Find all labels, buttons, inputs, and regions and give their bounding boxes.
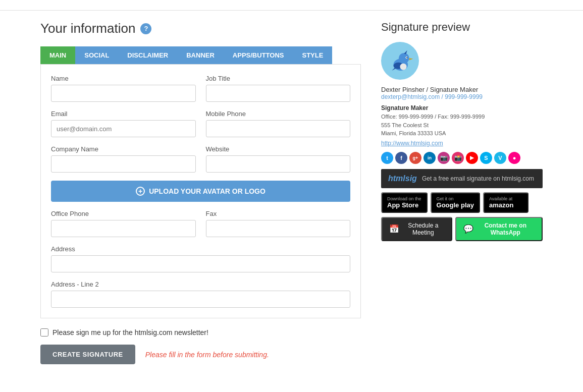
contact-buttons-row: 📅 Schedule a Meeting 💬 Contact me on Wha… bbox=[381, 217, 543, 241]
youtube-icon[interactable]: ▶ bbox=[466, 152, 478, 164]
section-title-text: Your information bbox=[40, 21, 135, 36]
form-group-mobile: Mobile Phone bbox=[206, 110, 351, 137]
sig-company: Signature Maker bbox=[381, 104, 543, 111]
name-input[interactable] bbox=[51, 85, 196, 102]
form-group-name: Name bbox=[51, 75, 196, 102]
form-group-company: Company Name bbox=[51, 145, 196, 173]
address2-label: Address - Line 2 bbox=[51, 281, 350, 288]
job-title-input[interactable] bbox=[206, 85, 351, 102]
form-group-address2: Address - Line 2 bbox=[51, 281, 350, 308]
company-name-input[interactable] bbox=[51, 155, 196, 173]
address2-input[interactable] bbox=[51, 291, 350, 308]
fax-input[interactable] bbox=[206, 220, 351, 237]
sig-phone-preview: / 999-999-9999 bbox=[442, 93, 483, 100]
newsletter-row: Please sign me up for the htmlsig.com ne… bbox=[40, 328, 361, 337]
email-input[interactable] bbox=[51, 120, 196, 137]
meeting-btn-label: Schedule a Meeting bbox=[402, 222, 444, 236]
whatsapp-icon: 💬 bbox=[463, 224, 473, 234]
htmlsig-banner-text: Get a free email signature on htmlsig.co… bbox=[422, 175, 534, 182]
sig-website-link[interactable]: http://www.htmlsig.com bbox=[381, 140, 543, 147]
address-label: Address bbox=[51, 245, 350, 253]
left-column: Your information ? MAIN SOCIAL DISCLAIME… bbox=[40, 21, 361, 364]
whatsapp-button[interactable]: 💬 Contact me on WhatsApp bbox=[455, 217, 543, 241]
tab-main[interactable]: MAIN bbox=[40, 46, 75, 64]
mobile-phone-label: Mobile Phone bbox=[206, 110, 351, 118]
top-divider bbox=[0, 10, 583, 11]
address-input[interactable] bbox=[51, 255, 350, 272]
facebook-icon[interactable]: f bbox=[395, 152, 407, 164]
tab-social[interactable]: SOCIAL bbox=[75, 46, 118, 64]
form-container: Name Job Title Email Mobile Phone bbox=[40, 64, 361, 318]
sig-avatar bbox=[381, 42, 419, 80]
office-phone-input[interactable] bbox=[51, 220, 196, 237]
sig-office: Office: 999-999-9999 / Fax: 999-999-9999 bbox=[381, 113, 543, 121]
app-store-button[interactable]: Download on the App Store bbox=[381, 192, 428, 213]
form-row-company-website: Company Name Website bbox=[51, 145, 350, 173]
google-play-big: Google play bbox=[437, 201, 474, 209]
newsletter-label: Please sign me up for the htmlsig.com ne… bbox=[52, 328, 208, 337]
social-icons-row: t f g+ in 📷 📸 ▶ S V ● bbox=[381, 152, 543, 164]
form-group-jobtitle: Job Title bbox=[206, 75, 351, 102]
sig-info-name-section: Dexter Pinsher / Signature Maker dexterp… bbox=[381, 86, 543, 100]
tab-style[interactable]: STYLE bbox=[293, 46, 332, 64]
newsletter-checkbox[interactable] bbox=[40, 328, 48, 337]
sig-name-suffix: / Signature Maker bbox=[427, 86, 479, 93]
vimeo-icon[interactable]: V bbox=[494, 152, 506, 164]
office-phone-label: Office Phone bbox=[51, 210, 196, 217]
schedule-meeting-button[interactable]: 📅 Schedule a Meeting bbox=[381, 217, 452, 241]
form-group-fax: Fax bbox=[206, 210, 351, 237]
mobile-phone-input[interactable] bbox=[206, 120, 351, 137]
skype-icon[interactable]: S bbox=[480, 152, 492, 164]
form-group-office-phone: Office Phone bbox=[51, 210, 196, 237]
linkedin-icon[interactable]: in bbox=[423, 152, 436, 164]
email-label: Email bbox=[51, 110, 196, 118]
calendar-icon: 📅 bbox=[389, 224, 399, 234]
help-icon[interactable]: ? bbox=[140, 23, 151, 34]
htmlsig-logo: htmlsig bbox=[388, 174, 417, 183]
whatsapp-btn-label: Contact me on WhatsApp bbox=[476, 222, 535, 236]
svg-point-2 bbox=[399, 53, 409, 64]
tab-disclaimer[interactable]: DISCLAIMER bbox=[118, 46, 177, 64]
form-group-email: Email bbox=[51, 110, 196, 137]
instagram2-icon[interactable]: 📸 bbox=[452, 152, 464, 164]
form-group-address: Address bbox=[51, 245, 350, 272]
sig-name: Dexter Pinsher / Signature Maker bbox=[381, 86, 543, 93]
google-play-button[interactable]: Get it on Google play bbox=[431, 192, 480, 213]
upload-btn-label: UPLOAD YOUR AVATAR OR LOGO bbox=[149, 187, 266, 195]
tabs-container: MAIN SOCIAL DISCLAIMER BANNER APPS/BUTTO… bbox=[40, 46, 361, 64]
form-row-name-jobtitle: Name Job Title bbox=[51, 75, 350, 102]
name-label: Name bbox=[51, 75, 196, 82]
app-store-big: App Store bbox=[387, 201, 418, 209]
sig-address2: Miami, Florida 33333 USA bbox=[381, 129, 543, 138]
preview-title: Signature preview bbox=[381, 21, 543, 34]
svg-point-6 bbox=[406, 57, 407, 58]
section-title: Your information ? bbox=[40, 21, 361, 36]
job-title-label: Job Title bbox=[206, 75, 351, 82]
svg-point-8 bbox=[400, 64, 407, 70]
amazon-button[interactable]: Available at amazon bbox=[483, 192, 528, 213]
tab-banner[interactable]: BANNER bbox=[177, 46, 224, 64]
form-group-website: Website bbox=[206, 145, 351, 173]
amazon-small: Available at bbox=[489, 196, 512, 201]
flickr-icon[interactable]: ● bbox=[508, 152, 520, 164]
tab-apps-buttons[interactable]: APPS/BUTTONS bbox=[224, 46, 293, 64]
sig-email-line: dexterp@htmlsig.com / 999-999-9999 bbox=[381, 93, 543, 100]
sig-email: dexterp@htmlsig.com bbox=[381, 93, 440, 100]
instagram-icon[interactable]: 📷 bbox=[438, 152, 450, 164]
app-store-small: Download on the bbox=[387, 196, 421, 201]
create-signature-button[interactable]: CREATE SIGNATURE bbox=[40, 345, 135, 364]
upload-avatar-button[interactable]: + UPLOAD YOUR AVATAR OR LOGO bbox=[51, 181, 350, 202]
bird-logo-icon bbox=[384, 44, 416, 77]
google-play-small: Get it on bbox=[437, 196, 454, 201]
twitter-icon[interactable]: t bbox=[381, 152, 393, 164]
sig-address1: 555 The Coolest St bbox=[381, 121, 543, 130]
bottom-row: CREATE SIGNATURE Please fill in the form… bbox=[40, 345, 361, 364]
error-message: Please fill in the form before submittin… bbox=[145, 351, 269, 359]
sig-full-name: Dexter Pinsher bbox=[381, 86, 425, 93]
google-plus-icon[interactable]: g+ bbox=[409, 152, 421, 164]
company-name-label: Company Name bbox=[51, 145, 196, 153]
plus-circle-icon: + bbox=[136, 187, 145, 196]
website-input[interactable] bbox=[206, 155, 351, 173]
website-label: Website bbox=[206, 145, 351, 153]
form-row-email-phone: Email Mobile Phone bbox=[51, 110, 350, 137]
